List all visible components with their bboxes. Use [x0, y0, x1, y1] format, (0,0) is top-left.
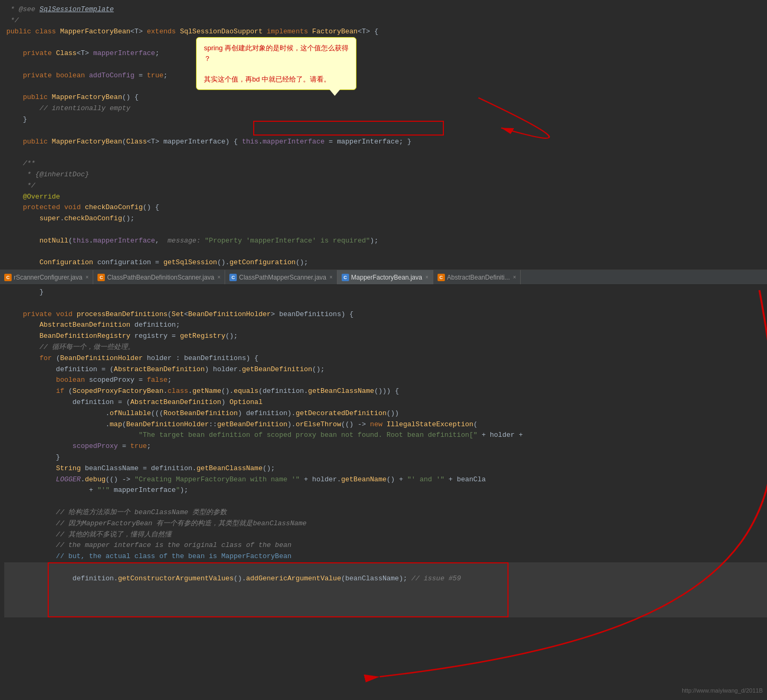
code-line	[4, 247, 767, 258]
highlighted-code-line: definition.getConstructorArgumentValues(…	[4, 562, 767, 617]
tab-label: ClassPathBeanDefinitionScanner.java	[107, 274, 214, 281]
tab-close[interactable]: ×	[329, 274, 333, 280]
code-line: }	[4, 114, 767, 125]
code-line: public class MapperFactoryBean<T> extend…	[4, 26, 767, 38]
code-line: public MapperFactoryBean(Class<T> mapper…	[4, 137, 767, 148]
tab-icon: C	[229, 274, 237, 281]
code-line: * {@inheritDoc}	[4, 169, 767, 181]
tab-close[interactable]: ×	[85, 274, 88, 280]
tab-abstractbeandefinition[interactable]: C AbstractBeanDefiniti... ×	[433, 270, 521, 285]
tooltip-line2: ？	[204, 53, 349, 64]
bottom-code-panel: } private void processBeanDefinitions(Se…	[0, 285, 767, 698]
code-line: // but, the actual class of the bean is …	[4, 551, 767, 562]
code-line: super.checkDaoConfig();	[4, 213, 767, 225]
code-line: }	[4, 452, 767, 463]
code-line: if (ScopedProxyFactoryBean.class.getName…	[4, 386, 767, 397]
code-line: .ofNullable(((RootBeanDefinition) defini…	[4, 408, 767, 419]
code-line: private boolean addToConfig = true;	[4, 70, 767, 82]
code-line: AbstractBeanDefinition definition;	[4, 320, 767, 331]
code-line: definition = (AbstractBeanDefinition) ho…	[4, 364, 767, 375]
editor-tab-bar: C rScannerConfigurer.java × C ClassPathB…	[0, 270, 767, 285]
tooltip-popup: spring 再创建此对象的是时候，这个值怎么获得 ？ 其实这个值，再bd 中就…	[196, 37, 356, 90]
tab-close[interactable]: ×	[425, 274, 429, 280]
code-line: // the mapper interface is the original …	[4, 540, 767, 551]
tab-classpathbean[interactable]: C ClassPathBeanDefinitionScanner.java ×	[93, 270, 225, 285]
code-line: private void processBeanDefinitions(Set<…	[4, 309, 767, 320]
code-line	[4, 37, 767, 48]
tab-icon: C	[342, 274, 349, 281]
tooltip-line3: 其实这个值，再bd 中就已经给了。请看。	[204, 74, 349, 85]
code-line: String beanClassName = definition.getBea…	[4, 463, 767, 474]
tab-mapperfactorybean[interactable]: C MapperFactoryBean.java ×	[337, 270, 433, 285]
top-code-panel: * @see SqlSessionTemplate */ public clas…	[0, 0, 767, 270]
tab-classpathscanner[interactable]: C ClassPathMapperScanner.java ×	[225, 270, 337, 285]
tab-close[interactable]: ×	[513, 274, 516, 280]
code-line: protected void checkDaoConfig() {	[4, 202, 767, 213]
code-line	[4, 225, 767, 236]
code-line	[4, 59, 767, 70]
code-line: /**	[4, 158, 767, 169]
code-line	[4, 496, 767, 507]
code-line: * @see SqlSessionTemplate	[4, 4, 767, 15]
code-line: definition = (AbstractBeanDefinition) Op…	[4, 397, 767, 408]
code-line: private Class<T> mapperInterface;	[4, 48, 767, 59]
code-line	[4, 82, 767, 93]
code-line	[4, 125, 767, 137]
code-line: + "'" mapperInterface");	[4, 485, 767, 496]
code-line: LOGGER.debug(() -> "Creating MapperFacto…	[4, 474, 767, 486]
code-line	[4, 298, 767, 309]
tab-label: AbstractBeanDefiniti...	[447, 274, 510, 281]
code-line: // intentionally empty	[4, 103, 767, 114]
code-line: boolean scopedProxy = false;	[4, 375, 767, 386]
tab-scanner-configurer[interactable]: C rScannerConfigurer.java ×	[0, 270, 93, 285]
code-line: // 循环每一个，做一些处理。	[4, 342, 767, 353]
tab-icon: C	[438, 274, 445, 281]
code-line: */	[4, 15, 767, 26]
code-line: // 其他的就不多说了，懂得人自然懂	[4, 530, 767, 541]
code-line: }	[4, 287, 767, 298]
code-line: .map(BeanDefinitionHolder::getBeanDefini…	[4, 419, 767, 430]
code-line	[4, 147, 767, 158]
code-line: BeanDefinitionRegistry registry = getReg…	[4, 331, 767, 342]
tab-icon: C	[4, 274, 12, 281]
code-line: notNull(this.mapperInterface, message: "…	[4, 236, 767, 247]
code-line: if (this.addToConfig && !configuration.h…	[4, 268, 767, 270]
tab-label: rScannerConfigurer.java	[14, 274, 82, 281]
code-line: "The target bean definition of scoped pr…	[4, 430, 767, 441]
code-line: scopedProxy = true;	[4, 441, 767, 452]
code-line: @Override	[4, 192, 767, 203]
watermark: http://www.maiyiwang_d/2011B	[682, 687, 763, 694]
tab-label: ClassPathMapperScanner.java	[239, 274, 326, 281]
code-line: Configuration configuration = getSqlSess…	[4, 257, 767, 268]
tab-icon: C	[97, 274, 105, 281]
code-line: public MapperFactoryBean() {	[4, 92, 767, 103]
tab-label: MapperFactoryBean.java	[351, 274, 422, 281]
code-line: // 因为MapperFactoryBean 有一个有参的构造，其类型就是bea…	[4, 518, 767, 530]
tab-close[interactable]: ×	[217, 274, 220, 280]
code-line: // 给构造方法添加一个 beanClassName 类型的参数	[4, 507, 767, 518]
tooltip-line1: spring 再创建此对象的是时候，这个值怎么获得	[204, 43, 349, 53]
code-line: */	[4, 181, 767, 192]
code-line: for (BeanDefinitionHolder holder : beanD…	[4, 353, 767, 364]
